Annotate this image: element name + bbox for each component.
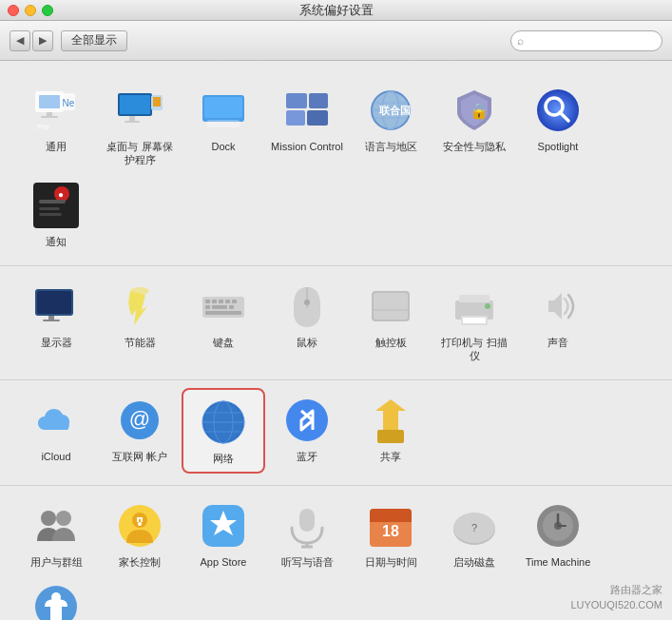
- icon-label-datetime: 日期与时间: [365, 555, 417, 569]
- icon-item-icloud[interactable]: iCloud: [14, 388, 98, 473]
- icon-item-sound[interactable]: 声音: [516, 274, 600, 369]
- search-wrapper: ⌕: [510, 30, 662, 51]
- minimize-button[interactable]: [25, 5, 36, 16]
- maximize-button[interactable]: [42, 5, 53, 16]
- icon-datetime: 18: [366, 501, 415, 551]
- svg-text:?: ?: [471, 522, 477, 533]
- icon-item-keyboard[interactable]: 键盘: [182, 274, 265, 369]
- icon-item-datetime[interactable]: 18 日期与时间: [349, 494, 432, 574]
- icon-internet: @: [115, 396, 164, 445]
- icon-item-bluetooth[interactable]: 蓝牙: [265, 388, 349, 473]
- window-controls: [8, 5, 53, 16]
- icon-dictation: [282, 501, 332, 551]
- svg-rect-46: [225, 300, 230, 303]
- search-input[interactable]: [510, 30, 662, 51]
- svg-rect-36: [39, 213, 62, 216]
- icon-label-lang: 语言与地区: [365, 140, 417, 153]
- svg-text:@: @: [129, 407, 150, 431]
- icon-sharing: [366, 396, 415, 445]
- icon-label-dictation: 听写与语音: [281, 555, 334, 569]
- icon-item-mission[interactable]: Mission Control: [265, 78, 349, 173]
- icon-grid-system: 用户与群组 家长控制 App Store 听写与语音 18 日期与时间 ? 启动…: [14, 494, 658, 620]
- icon-item-display[interactable]: 显示器: [14, 274, 98, 369]
- icon-item-startup[interactable]: ? 启动磁盘: [432, 494, 516, 574]
- icon-label-display: 显示器: [41, 336, 72, 349]
- icon-item-trackpad[interactable]: 触控板: [349, 274, 432, 369]
- svg-text:File: File: [37, 123, 49, 131]
- icon-label-internet: 互联网 帐户: [112, 450, 167, 463]
- icon-item-notify[interactable]: ● 通知: [14, 173, 98, 254]
- icon-item-spotlight[interactable]: Spotlight: [516, 78, 600, 173]
- svg-rect-44: [212, 300, 217, 303]
- icon-spotlight: [533, 86, 583, 135]
- svg-rect-16: [286, 93, 307, 108]
- icon-item-lang[interactable]: 联合国 语言与地区: [349, 78, 432, 173]
- icon-label-bluetooth: 蓝牙: [297, 450, 317, 463]
- section-hardware: 显示器 节能器 键盘 鼠标 触控板 打: [0, 266, 672, 381]
- back-button[interactable]: ◀: [10, 30, 30, 51]
- svg-rect-51: [205, 311, 241, 315]
- icon-item-security[interactable]: 🔒 安全性与隐私: [432, 78, 516, 173]
- show-all-button[interactable]: 全部显示: [61, 30, 127, 51]
- icon-item-dock[interactable]: Dock: [182, 78, 265, 173]
- icon-label-startup: 启动磁盘: [453, 555, 495, 569]
- svg-rect-79: [299, 509, 315, 532]
- svg-rect-8: [120, 95, 150, 114]
- icon-keyboard: [199, 281, 248, 331]
- icon-item-sharing[interactable]: 共享: [349, 388, 432, 473]
- icon-printer: [450, 281, 499, 331]
- icon-item-energy[interactable]: 节能器: [98, 274, 182, 369]
- icon-mouse: [282, 281, 332, 331]
- main-content: Ne File 通用 桌面与 屏幕保护程序 Dock Mission Contr…: [0, 61, 672, 620]
- icon-label-parental: 家长控制: [119, 555, 161, 569]
- svg-rect-10: [125, 121, 140, 123]
- icon-item-desktop[interactable]: 桌面与 屏幕保护程序: [98, 78, 182, 173]
- icon-appstore: [199, 501, 248, 551]
- icon-bluetooth: [282, 396, 332, 445]
- icon-label-dock: Dock: [211, 140, 235, 153]
- icon-energy: [115, 281, 164, 331]
- svg-rect-18: [286, 110, 305, 126]
- icon-item-internet[interactable]: @ 互联网 帐户: [98, 388, 182, 473]
- icon-item-timemachine[interactable]: Time Machine: [516, 494, 600, 574]
- icon-label-sound: 声音: [547, 336, 568, 349]
- icon-item-users[interactable]: 用户与群组: [14, 494, 98, 574]
- svg-point-53: [304, 300, 310, 305]
- icon-item-dictation[interactable]: 听写与语音: [265, 494, 349, 574]
- icon-item-access[interactable]: 辅助功能: [14, 574, 98, 620]
- watermark-line1: 路由器之家: [570, 583, 662, 597]
- section-personal: Ne File 通用 桌面与 屏幕保护程序 Dock Mission Contr…: [0, 70, 672, 266]
- svg-rect-43: [205, 300, 210, 303]
- search-icon: ⌕: [517, 34, 524, 48]
- icon-desktop: [115, 86, 164, 135]
- svg-rect-45: [219, 300, 223, 303]
- icon-label-desktop: 桌面与 屏幕保护程序: [102, 140, 178, 167]
- icon-label-general: 通用: [46, 140, 67, 153]
- icon-label-timemachine: Time Machine: [526, 555, 591, 569]
- icon-dock: [199, 86, 248, 135]
- svg-rect-19: [307, 110, 328, 126]
- icon-users: [31, 501, 81, 551]
- icon-label-energy: 节能器: [125, 336, 156, 349]
- icon-item-mouse[interactable]: 鼠标: [265, 274, 349, 369]
- window-title: 系统偏好设置: [299, 2, 374, 19]
- icon-item-network[interactable]: 网络: [182, 388, 265, 473]
- icon-display: [31, 281, 81, 331]
- icon-parental: [115, 501, 164, 551]
- forward-button[interactable]: ▶: [32, 30, 53, 51]
- svg-text:联合国: 联合国: [378, 105, 411, 116]
- svg-text:🔒: 🔒: [470, 102, 489, 120]
- svg-rect-1: [39, 95, 60, 108]
- icon-mission: [282, 86, 332, 135]
- icon-notify: ●: [31, 181, 81, 230]
- close-button[interactable]: [8, 5, 19, 16]
- svg-rect-35: [39, 207, 60, 210]
- icon-item-general[interactable]: Ne File 通用: [14, 78, 98, 173]
- icon-item-printer[interactable]: 打印机与 扫描仪: [432, 274, 516, 369]
- icon-item-parental[interactable]: 家长控制: [98, 494, 182, 574]
- watermark-line2: LUYOUQI520.COM: [570, 598, 662, 612]
- icon-label-trackpad: 触控板: [375, 336, 407, 349]
- icon-item-appstore[interactable]: App Store: [182, 494, 265, 574]
- icon-label-spotlight: Spotlight: [538, 140, 579, 153]
- svg-rect-15: [206, 120, 240, 127]
